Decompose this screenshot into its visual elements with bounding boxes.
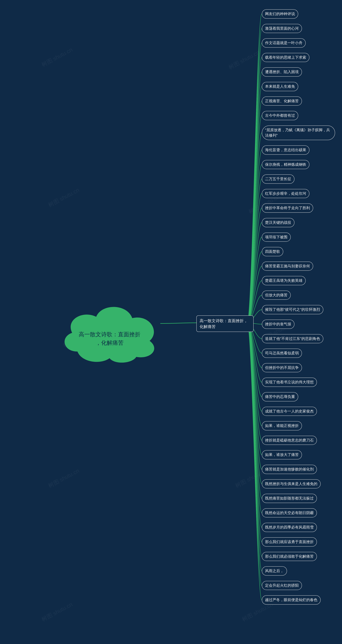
leaf-node[interactable]: 痛苦就是加速他惨败的催化剂 [262, 465, 317, 474]
watermark: 树图 shutu.cn [227, 49, 261, 71]
leaf-node[interactable]: 既然挫折与生俱来是人生难免的 [262, 479, 321, 488]
root-node[interactable]: 高一散文诗歌：直面挫折 ，化解痛苦 [57, 296, 162, 365]
watermark: 树图 shutu.cn [40, 601, 74, 623]
mindmap-canvas: 树图 shutu.cn 树图 shutu.cn 树图 shutu.cn 树图 s… [0, 0, 342, 644]
leaf-node[interactable]: 风雨之后， [262, 566, 287, 576]
watermark: 树图 shutu.cn [47, 186, 80, 209]
leaf-node[interactable]: 挫折中革命终于走向了胜利 [262, 204, 313, 213]
leaf-node[interactable]: 司马迁虽然看似柔弱 [262, 348, 302, 358]
leaf-node[interactable]: 摧毁了他那"彼可代之"的壮怀激烈 [262, 305, 323, 314]
leaf-node[interactable]: 楚霸王虽堪为失败英雄 [262, 276, 306, 285]
leaf-node[interactable]: 挫折就是砥砺他意志的磨刀石 [262, 436, 317, 445]
leaf-node[interactable]: 越过严冬，眼前便是灿烂的春色 [262, 595, 321, 604]
leaf-column: 网友们的种种评说激荡着我里面的心河作文话题就是一叶小舟载着年轻的思绪上下求索遭遇… [262, 9, 335, 604]
leaf-node[interactable]: 正视痛苦、化解痛苦 [262, 96, 302, 106]
leaf-node[interactable]: 作文话题就是一叶小舟 [262, 38, 306, 48]
leaf-node[interactable]: 挫折中的丧气馁 [262, 320, 295, 329]
leaf-node[interactable]: 二万五千里长征 [262, 174, 295, 184]
leaf-node[interactable]: 项羽垓下被围 [262, 232, 291, 242]
leaf-node[interactable]: 如果，谁能正视挫折 [262, 421, 302, 430]
watermark: 树图 shutu.cn [40, 46, 74, 68]
leaf-node[interactable]: 海伦盲聋，意志结出硕果 [262, 146, 310, 155]
leaf-node[interactable]: 但挫折中的不屈抗争 [262, 363, 302, 372]
leaf-node[interactable]: 如果，谁放大了痛苦 [262, 450, 302, 460]
leaf-node[interactable]: 既然痛苦如影随形都无法躲过 [262, 494, 317, 503]
leaf-node[interactable]: 四面楚歌 [262, 247, 283, 256]
leaf-node[interactable]: 既然命运的天空必有朗日阴霾 [262, 508, 317, 518]
leaf-node[interactable]: 那么我们就应该勇于直面挫折 [262, 537, 317, 546]
watermark: 树图 shutu.cn [47, 467, 80, 490]
leaf-node[interactable]: "屈原放逐，乃赋《离骚》孙子膑脚，兵法修列" [262, 126, 335, 140]
leaf-node[interactable]: 造就了他"不肯过江东"的悲剧角色 [262, 334, 323, 344]
leaf-node[interactable]: 定会升起火红的骄阳 [262, 581, 302, 590]
leaf-node[interactable]: 保尔身残，精神炼成钢铁 [262, 160, 310, 169]
topic-label: 高一散文诗歌：直面挫折，化解痛苦 [200, 318, 248, 329]
leaf-node[interactable]: 痛苦里霸王抛马别妻叹奈何 [262, 262, 313, 271]
leaf-node[interactable]: 古今中外都曾有过 [262, 111, 298, 120]
leaf-node[interactable]: 那么我们就必须敢于化解痛苦 [262, 552, 317, 561]
leaf-node[interactable]: 但放大的痛苦 [262, 290, 291, 300]
leaf-node[interactable]: 网友们的种种评说 [262, 9, 298, 18]
leaf-node[interactable]: 成就了他古今一人的史家俊杰 [262, 407, 317, 416]
leaf-node[interactable]: 载着年轻的思绪上下求索 [262, 53, 310, 62]
leaf-node[interactable]: 红军步步艰辛，处处坎坷 [262, 189, 310, 198]
leaf-node[interactable]: 遭遇挫折、陷入困境 [262, 67, 302, 76]
topic-node[interactable]: 高一散文诗歌：直面挫折，化解痛苦 [196, 316, 254, 332]
leaf-node[interactable]: 激荡着我里面的心河 [262, 24, 302, 33]
leaf-node[interactable]: 痛苦中的忍辱负重 [262, 392, 298, 402]
leaf-node[interactable]: 既然岁月的四季必有风霜雨雪 [262, 523, 317, 532]
leaf-node[interactable]: 本来就是人生难免 [262, 82, 298, 91]
leaf-node[interactable]: 实现了他着书立说的伟大理想 [262, 378, 317, 387]
leaf-node[interactable]: 楚汉关键的战役 [262, 218, 295, 227]
